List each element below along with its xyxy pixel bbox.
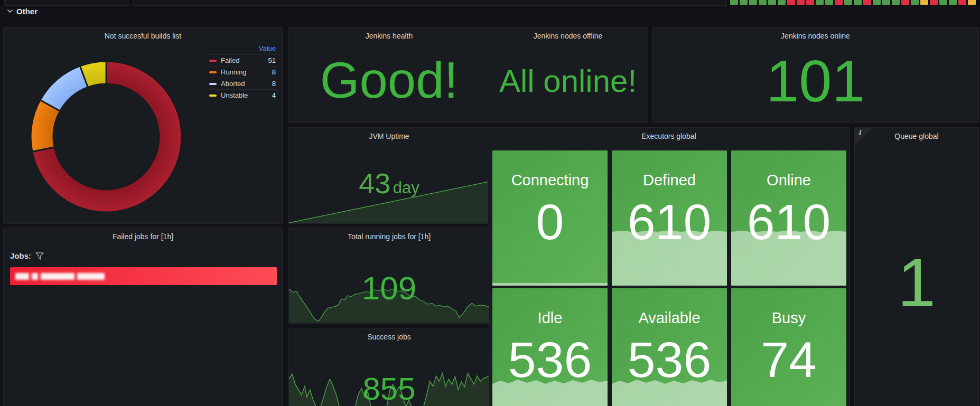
legend-row[interactable]: Running 8 — [208, 66, 277, 78]
panel-title[interactable]: Jenkins nodes online — [652, 32, 978, 40]
panel-title[interactable]: Queue global — [855, 132, 978, 140]
jvm-uptime-value: 43 — [359, 167, 390, 199]
tile-gauge-fill — [492, 283, 608, 286]
panel-running-jobs: Total running jobs for [1h] 109 — [288, 228, 490, 324]
tile-label: Idle — [492, 310, 608, 326]
panel-title[interactable]: Jenkins nodes offline — [488, 32, 648, 40]
panel-failed-jobs: Failed jobs for [1h] Jobs: — [3, 228, 283, 406]
legend-row[interactable]: Failed 51 — [208, 54, 277, 66]
panel-nodes-online: Jenkins nodes online 101 — [652, 27, 979, 123]
panel-title[interactable]: Executors global — [488, 132, 850, 140]
filter-funnel-icon[interactable] — [35, 252, 44, 260]
cutoff-panel-edge — [4, 0, 129, 6]
legend-label: Aborted — [221, 80, 272, 88]
queue-value: 1 — [855, 248, 978, 317]
executor-tile-connecting[interactable]: Connecting 0 — [492, 150, 608, 286]
panel-success-jobs: Success jobs 855 — [288, 328, 490, 406]
tile-label: Connecting — [492, 173, 608, 188]
legend-label: Running — [221, 68, 272, 76]
redacted-job-name — [15, 273, 105, 280]
tile-label: Busy — [731, 310, 846, 326]
status-square[interactable] — [949, 0, 957, 5]
status-square[interactable] — [816, 0, 824, 5]
legend-header[interactable]: Value — [208, 43, 277, 54]
status-square[interactable] — [778, 0, 786, 5]
tile-label: Online — [731, 173, 846, 188]
legend-label: Failed — [221, 56, 268, 64]
panel-jenkins-health: Jenkins health Good! — [288, 27, 490, 123]
status-square[interactable] — [768, 0, 776, 5]
tile-value: 536 — [612, 335, 727, 385]
panel-title[interactable]: Failed jobs for [1h] — [4, 232, 282, 241]
panel-jvm-uptime: JVM Uptime 43 day — [288, 127, 490, 224]
status-square[interactable] — [873, 0, 881, 5]
status-square[interactable] — [968, 0, 976, 5]
jobs-label: Jobs: — [10, 251, 31, 260]
grafana-dashboard: Other Not succesful builds list — [0, 0, 980, 406]
health-value: Good! — [288, 55, 490, 106]
status-square[interactable] — [854, 0, 862, 5]
failed-job-bar[interactable] — [10, 267, 277, 285]
builds-donut-chart[interactable] — [27, 58, 185, 216]
panel-title[interactable]: JVM Uptime — [288, 132, 490, 140]
status-square[interactable] — [787, 0, 795, 5]
row-header-other[interactable]: Other — [7, 7, 38, 16]
legend-row[interactable]: Unstable 4 — [208, 89, 277, 101]
legend-value: 4 — [272, 91, 276, 99]
status-square[interactable] — [740, 0, 748, 5]
status-square[interactable] — [911, 0, 919, 5]
top-cutoff-strip — [0, 0, 980, 5]
status-square[interactable] — [730, 0, 738, 5]
panel-title[interactable]: Not succesful builds list — [4, 32, 282, 40]
executor-tile-idle[interactable]: Idle 536 — [492, 288, 608, 406]
legend-swatch — [209, 95, 217, 97]
tile-value: 610 — [731, 197, 846, 247]
success-jobs-value: 855 — [288, 373, 490, 405]
status-square[interactable] — [844, 0, 852, 5]
status-square[interactable] — [882, 0, 890, 5]
panel-nodes-offline: Jenkins nodes offline All online! — [488, 27, 648, 123]
donut-slice-aborted[interactable] — [40, 66, 88, 111]
panel-title[interactable]: Jenkins health — [288, 32, 490, 40]
executor-tile-online[interactable]: Online 610 — [731, 150, 846, 286]
panel-executors-global: Executors global Connecting 0 Defined 61… — [488, 127, 850, 406]
nodes-offline-value: All online! — [488, 65, 648, 97]
status-square[interactable] — [806, 0, 814, 5]
status-square[interactable] — [939, 0, 947, 5]
tile-value: 0 — [492, 197, 608, 247]
status-square[interactable] — [892, 0, 900, 5]
jvm-uptime-unit: day — [393, 178, 419, 197]
legend-value: 8 — [272, 80, 276, 88]
executor-tile-busy[interactable]: Busy 74 — [731, 288, 846, 406]
executor-tile-defined[interactable]: Defined 610 — [612, 150, 727, 286]
tile-value: 536 — [492, 335, 608, 385]
status-square[interactable] — [835, 0, 843, 5]
status-square[interactable] — [825, 0, 833, 5]
jvm-uptime-value-group: 43 day — [288, 169, 490, 197]
status-square[interactable] — [901, 0, 909, 5]
jobs-filter-row: Jobs: — [10, 251, 44, 260]
status-square[interactable] — [797, 0, 805, 5]
panel-not-successful-builds: Not succesful builds list — [3, 27, 283, 224]
legend-value: 51 — [268, 56, 276, 64]
status-square[interactable] — [930, 0, 938, 5]
running-jobs-value: 109 — [288, 272, 490, 305]
executor-tile-available[interactable]: Available 536 — [612, 288, 727, 406]
tile-value: 610 — [612, 197, 727, 247]
legend-row[interactable]: Aborted 8 — [208, 78, 277, 89]
tile-value: 74 — [731, 335, 846, 385]
status-square[interactable] — [749, 0, 757, 5]
panel-queue-global: i Queue global 1 — [854, 127, 979, 406]
status-square[interactable] — [958, 0, 966, 5]
tile-label: Defined — [612, 173, 727, 188]
panel-title[interactable]: Total running jobs for [1h] — [288, 232, 490, 241]
section-title: Other — [16, 7, 38, 16]
legend-swatch — [209, 60, 217, 62]
cutoff-panel-edge — [132, 0, 727, 6]
status-square[interactable] — [863, 0, 871, 5]
status-square[interactable] — [759, 0, 767, 5]
panel-title[interactable]: Success jobs — [288, 333, 490, 341]
status-square[interactable] — [920, 0, 928, 5]
legend-swatch — [209, 83, 217, 85]
legend-label: Unstable — [221, 91, 272, 99]
